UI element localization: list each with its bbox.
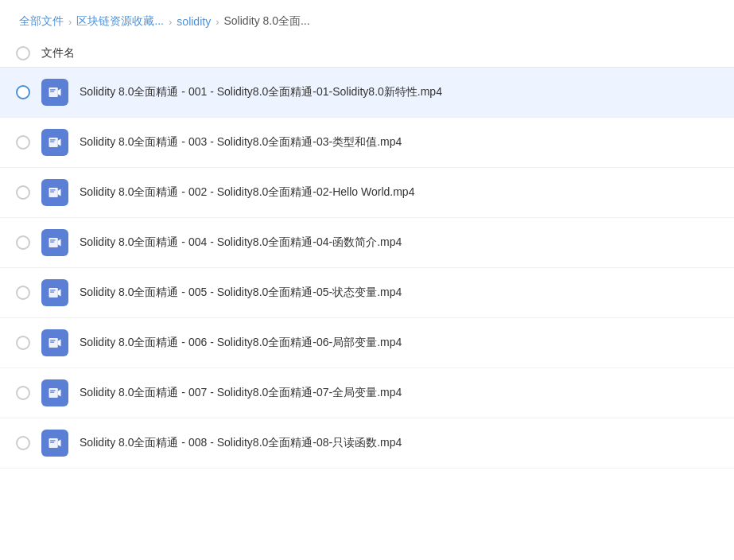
svg-rect-24 (49, 388, 58, 398)
file-checkbox[interactable] (16, 436, 30, 450)
video-file-icon (41, 229, 68, 256)
file-name-label: Solidity 8.0全面精通 - 004 - Solidity8.0全面精通… (80, 235, 402, 250)
svg-rect-4 (49, 138, 58, 147)
video-file-icon (41, 329, 68, 356)
svg-marker-9 (58, 189, 61, 196)
file-item[interactable]: Solidity 8.0全面精通 - 002 - Solidity8.0全面精通… (0, 168, 734, 218)
file-checkbox[interactable] (16, 286, 30, 300)
svg-rect-14 (50, 239, 56, 240)
svg-rect-30 (50, 440, 56, 441)
svg-marker-29 (58, 440, 61, 447)
file-list-header: 文件名 (0, 40, 734, 68)
select-all-checkbox[interactable] (16, 46, 30, 60)
svg-marker-13 (58, 239, 61, 247)
file-name-label: Solidity 8.0全面精通 - 001 - Solidity8.0全面精通… (80, 85, 442, 99)
file-name-label: Solidity 8.0全面精通 - 005 - Solidity8.0全面精通… (80, 286, 402, 300)
svg-marker-1 (58, 89, 61, 96)
file-item[interactable]: Solidity 8.0全面精通 - 006 - Solidity8.0全面精通… (0, 318, 734, 368)
svg-rect-27 (50, 392, 54, 393)
video-file-icon (41, 179, 68, 206)
file-checkbox[interactable] (16, 336, 30, 350)
svg-rect-23 (50, 342, 54, 343)
svg-rect-2 (50, 89, 56, 90)
svg-rect-26 (50, 390, 56, 391)
video-file-icon (41, 379, 68, 406)
file-checkbox[interactable] (16, 85, 30, 99)
svg-rect-11 (50, 192, 54, 192)
video-file-icon (41, 430, 68, 457)
svg-rect-22 (50, 340, 56, 340)
svg-rect-15 (50, 242, 54, 243)
breadcrumb-blockchain[interactable]: 区块链资源收藏... (76, 14, 164, 29)
file-item[interactable]: Solidity 8.0全面精通 - 001 - Solidity8.0全面精通… (0, 68, 734, 118)
breadcrumb: 全部文件 › 区块链资源收藏... › solidity › Solidity … (0, 0, 734, 40)
breadcrumb-current: Solidity 8.0全面... (224, 14, 310, 29)
svg-rect-28 (49, 438, 58, 448)
filename-column-header: 文件名 (41, 46, 75, 60)
svg-rect-20 (49, 338, 58, 348)
breadcrumb-sep-1: › (68, 16, 72, 28)
svg-rect-0 (49, 88, 58, 97)
file-item[interactable]: Solidity 8.0全面精通 - 004 - Solidity8.0全面精通… (0, 218, 734, 268)
svg-rect-8 (49, 188, 58, 197)
svg-rect-18 (50, 290, 56, 290)
svg-rect-7 (50, 142, 54, 142)
file-name-label: Solidity 8.0全面精通 - 006 - Solidity8.0全面精通… (80, 336, 402, 350)
video-file-icon (41, 129, 68, 156)
file-checkbox[interactable] (16, 386, 30, 400)
breadcrumb-sep-2: › (169, 16, 172, 28)
file-list: Solidity 8.0全面精通 - 001 - Solidity8.0全面精通… (0, 68, 734, 469)
breadcrumb-solidity[interactable]: solidity (177, 15, 211, 28)
file-name-label: Solidity 8.0全面精通 - 002 - Solidity8.0全面精通… (80, 185, 414, 200)
svg-marker-21 (58, 340, 61, 347)
file-name-label: Solidity 8.0全面精通 - 003 - Solidity8.0全面精通… (80, 135, 402, 150)
breadcrumb-sep-3: › (216, 16, 219, 28)
svg-rect-31 (50, 442, 54, 443)
svg-rect-6 (50, 139, 56, 140)
breadcrumb-all-files[interactable]: 全部文件 (19, 14, 64, 29)
file-checkbox[interactable] (16, 235, 30, 250)
video-file-icon (41, 279, 68, 306)
file-item[interactable]: Solidity 8.0全面精通 - 003 - Solidity8.0全面精通… (0, 118, 734, 168)
file-item[interactable]: Solidity 8.0全面精通 - 007 - Solidity8.0全面精通… (0, 368, 734, 418)
file-item[interactable]: Solidity 8.0全面精通 - 008 - Solidity8.0全面精通… (0, 418, 734, 469)
file-item[interactable]: Solidity 8.0全面精通 - 005 - Solidity8.0全面精通… (0, 268, 734, 318)
svg-rect-10 (50, 189, 56, 190)
svg-rect-3 (50, 91, 54, 92)
file-checkbox[interactable] (16, 185, 30, 200)
svg-rect-12 (49, 238, 58, 247)
file-name-label: Solidity 8.0全面精通 - 007 - Solidity8.0全面精通… (80, 386, 402, 400)
svg-marker-25 (58, 390, 61, 397)
svg-marker-5 (58, 139, 61, 146)
file-checkbox[interactable] (16, 135, 30, 150)
video-file-icon (41, 79, 68, 106)
svg-marker-17 (58, 290, 61, 297)
svg-rect-16 (49, 288, 58, 298)
svg-rect-19 (50, 292, 54, 293)
file-name-label: Solidity 8.0全面精通 - 008 - Solidity8.0全面精通… (80, 436, 402, 450)
